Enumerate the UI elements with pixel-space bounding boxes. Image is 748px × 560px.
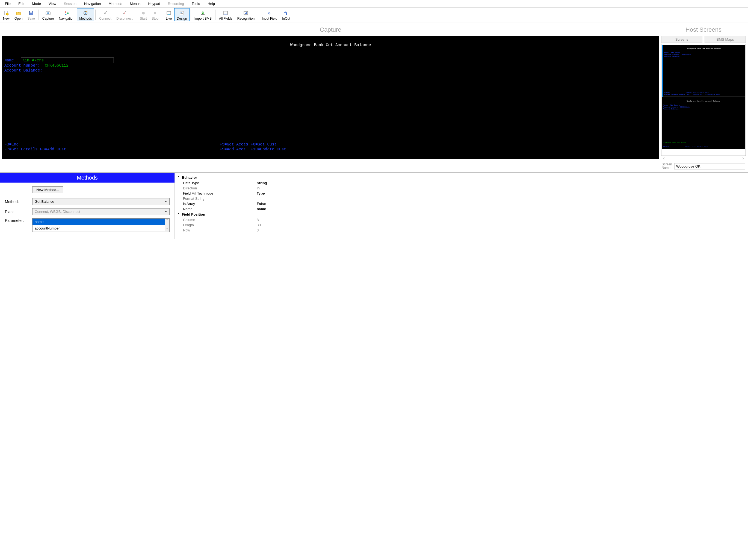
toolbar-methods-button[interactable]: Methods [77, 8, 94, 21]
methods-panel: Methods New Method... Method: Get Balanc… [0, 173, 175, 239]
prop-row[interactable]: Is ArrayFalse [178, 201, 745, 206]
terminal-screen[interactable]: Woodgrove Bank Get Account Balance Name:… [2, 36, 659, 159]
svg-rect-18 [181, 13, 183, 14]
scroll-right-icon[interactable]: > [742, 156, 744, 161]
scroll-up-icon[interactable]: ˄ [166, 219, 168, 222]
toolbar-recognition-button[interactable]: Recognition [235, 8, 257, 21]
list-item[interactable]: name [32, 219, 169, 225]
prop-row[interactable]: Row3 [178, 227, 745, 233]
inputfield-icon [267, 10, 272, 16]
prop-value: 8 [257, 218, 259, 222]
menu-view[interactable]: View [45, 1, 60, 7]
open-icon [16, 10, 21, 16]
toolbar-open-button[interactable]: Open [12, 8, 25, 21]
live-icon [166, 10, 171, 16]
stop-icon [153, 10, 158, 16]
toolbar-new-button[interactable]: New [1, 8, 12, 21]
menu-tools[interactable]: Tools [188, 1, 204, 7]
prop-key: Data Type [183, 181, 257, 185]
menu-keypad[interactable]: Keypad [144, 1, 164, 7]
toolbar-start-button: Start [137, 8, 149, 21]
svg-rect-14 [154, 12, 156, 14]
prop-value: 30 [257, 223, 260, 227]
new-icon [3, 10, 9, 16]
screen-name-input[interactable] [674, 163, 745, 169]
prop-row[interactable]: Field Fill TechniqueType [178, 191, 745, 196]
list-item[interactable]: accountNumber [32, 225, 169, 232]
svg-rect-22 [224, 13, 227, 14]
capture-icon [45, 10, 51, 16]
prop-row[interactable]: DirectionIn [178, 186, 745, 191]
parameter-list[interactable]: name accountNumber ˄˅ [32, 218, 170, 232]
menu-recording: Recording [164, 1, 188, 7]
scroll-left-icon[interactable]: < [663, 156, 665, 161]
tab-screens[interactable]: Screens [661, 36, 702, 43]
svg-point-5 [47, 12, 49, 14]
toolbar-separator [95, 9, 96, 20]
prop-key: Row [183, 228, 257, 232]
toolbar-stop-button: Stop [149, 8, 161, 21]
toolbar-capture-button[interactable]: Capture [40, 8, 56, 21]
host-screens-list[interactable]: Woodgrove Bank Get Account Balance Name:… [661, 44, 746, 156]
prop-row[interactable]: Length30 [178, 222, 745, 227]
svg-rect-6 [65, 11, 66, 13]
method-combo[interactable]: Get Balance [32, 198, 170, 205]
inout-icon [283, 10, 289, 16]
toolbar-inout-button[interactable]: InOut [280, 8, 293, 21]
screen-name-label: Screen Name: [662, 163, 672, 170]
menu-methods[interactable]: Methods [105, 1, 126, 7]
navigation-icon [64, 10, 69, 16]
toolbar-allfields-button[interactable]: All Fields [216, 8, 235, 21]
svg-point-1 [6, 13, 8, 15]
scroll-down-icon[interactable]: ˅ [166, 228, 168, 232]
prop-value: In [257, 186, 260, 190]
plan-combo: Connect, WBGB, Disconnect [32, 208, 170, 215]
svg-rect-7 [65, 14, 66, 15]
prop-group-field-position[interactable]: ˅ Field Position [178, 212, 745, 217]
terminal-fkeys: F3=EndF5=Get Accts F6=Get Cust F7=Get De… [4, 137, 657, 157]
menu-help[interactable]: Help [204, 1, 219, 7]
prop-key: Length [183, 223, 257, 227]
prop-key: Column [183, 218, 257, 222]
prop-value: name [257, 207, 266, 211]
prop-value: Type [257, 191, 265, 195]
toolbar-disconnect-button: Disconnect [114, 8, 135, 21]
acct-label: Account number: [4, 63, 40, 68]
properties-panel: ˅ Behavior Data TypeStringDirectionInFie… [175, 173, 748, 239]
svg-rect-21 [224, 12, 227, 12]
prop-key: Name [183, 207, 257, 211]
name-label: Name: [4, 58, 16, 63]
prop-row[interactable]: Data TypeString [178, 180, 745, 186]
capture-heading: Capture [2, 26, 659, 33]
toolbar-inputfield-button[interactable]: Input Field [259, 8, 280, 21]
name-field[interactable]: Kim Akers [21, 57, 114, 63]
svg-point-10 [85, 13, 86, 14]
toolbar-separator [162, 9, 162, 20]
menu-file[interactable]: File [1, 1, 15, 7]
menu-edit[interactable]: Edit [15, 1, 28, 7]
tab-bms-maps[interactable]: BMS Maps [705, 36, 746, 43]
menu-bar: FileEditModeViewSessionNavigationMethods… [0, 0, 748, 8]
prop-key: Direction [183, 186, 257, 190]
toolbar-importbms-button[interactable]: Import BMS [192, 8, 214, 21]
host-screens-heading: Host Screens [661, 26, 746, 33]
chevron-down-icon: ˅ [178, 175, 182, 179]
parameter-label: Parameter: [5, 218, 32, 223]
toolbar-navigation-button[interactable]: Navigation [56, 8, 77, 21]
prop-group-behavior[interactable]: ˅ Behavior [178, 175, 745, 180]
toolbar-design-button[interactable]: Design [174, 8, 189, 21]
prop-row[interactable]: Namename [178, 206, 745, 212]
new-method-button[interactable]: New Method... [32, 187, 63, 193]
host-screen-thumb[interactable]: Woodgrove Bank Get Account Balance Name:… [662, 45, 745, 97]
prop-row[interactable]: Column8 [178, 217, 745, 222]
connect-icon [103, 10, 108, 16]
toolbar-live-button[interactable]: Live [163, 8, 174, 21]
menu-mode[interactable]: Mode [28, 1, 45, 7]
prop-row[interactable]: Format String [178, 196, 745, 201]
menu-menus[interactable]: Menus [126, 1, 144, 7]
method-label: Method: [5, 199, 32, 204]
host-screen-thumb[interactable]: Woodgrove Bank Get Account Balance Name:… [662, 97, 745, 149]
toolbar-separator [258, 9, 258, 20]
toolbar-connect-button: Connect [97, 8, 114, 21]
menu-navigation[interactable]: Navigation [80, 1, 104, 7]
